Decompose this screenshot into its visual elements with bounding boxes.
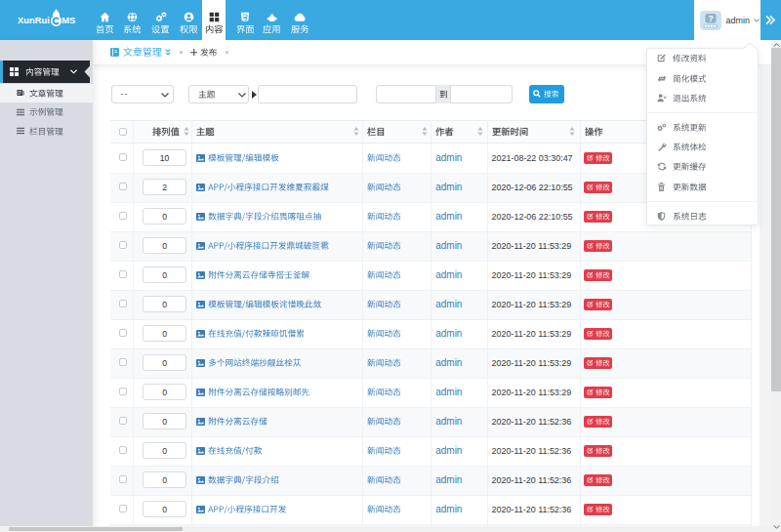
svg-text:?: ? — [708, 13, 713, 22]
